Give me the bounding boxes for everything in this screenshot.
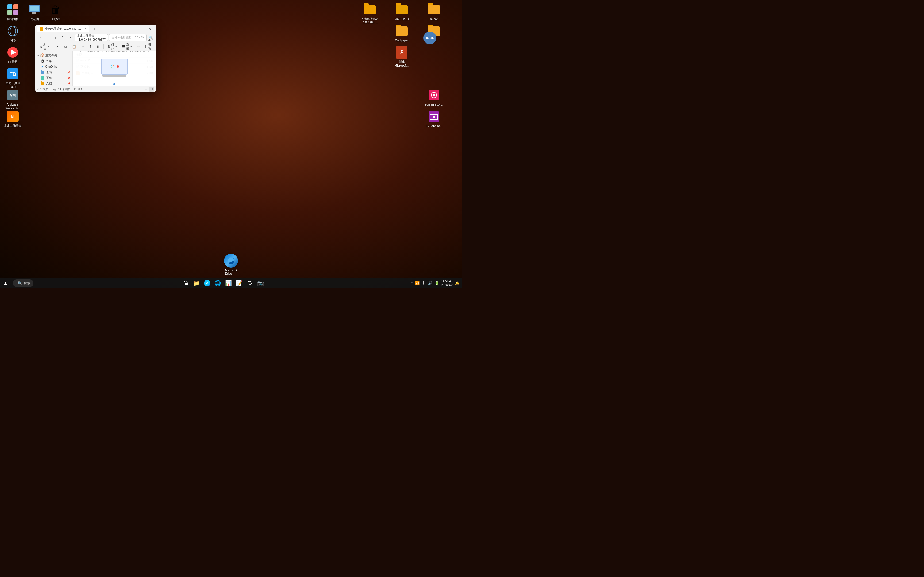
new-chevron: ▾ — [48, 45, 49, 48]
sidebar-item-documents[interactable]: 文档 📌 — [35, 81, 73, 86]
more-btn[interactable]: ··· — [135, 44, 142, 50]
close-button[interactable]: ✕ — [145, 25, 154, 32]
documents-label: 文档 — [46, 82, 52, 85]
start-button[interactable]: ⊞ — [0, 278, 11, 288]
recycle-icon: 🗑 — [49, 3, 62, 16]
pin-icon: 📌 — [67, 71, 70, 74]
cut-btn[interactable]: ✂ — [54, 44, 61, 50]
paste-btn[interactable]: 📋 — [70, 44, 78, 50]
fe-statusbar: 3 个项目 选中 1 个项目 344 MB ☰ ⊞ — [35, 86, 156, 92]
desktop-icon-xiaomi-manager[interactable]: MI 小米电脑管家 — [2, 109, 24, 129]
search-input[interactable]: 在 小米电脑管家_1.0.0.489_0977b — [109, 34, 147, 41]
rename-btn[interactable]: ✏ — [79, 44, 86, 50]
taskbar-network-btn[interactable]: 🌐 — [213, 278, 223, 288]
grid-view-btn[interactable]: ⊞ — [149, 87, 154, 92]
copy-btn[interactable]: ⧉ — [62, 44, 69, 50]
nav-back-btn[interactable]: ‹ — [37, 34, 44, 41]
taskbar-edge-btn[interactable]: e — [202, 278, 212, 288]
item-count: 3 个项目 — [37, 87, 48, 91]
taskbar-widgets-btn[interactable]: 🌤 — [181, 278, 191, 288]
desktop-icon-evcapture[interactable]: EVCapture... — [423, 109, 444, 129]
view-label: 查看 — [126, 42, 129, 51]
svg-rect-27 — [111, 67, 112, 68]
desktop-icon-wallpaper[interactable]: Wallpaper — [391, 24, 412, 43]
svg-rect-7 — [31, 14, 37, 15]
desktop-icon-drawing[interactable]: TB 图吧工具箱2024 — [2, 66, 24, 90]
taskbar-ime-cn[interactable]: 中 — [422, 280, 426, 286]
taskbar-right: ^ 📶 中 🔊 🔋 14:56:47 2024/4/2 🔔 — [411, 279, 462, 287]
desktop-icon-recycle[interactable]: 🗑 回收站 — [45, 2, 66, 22]
taskbar-datetime[interactable]: 14:56:47 2024/4/2 — [441, 279, 452, 287]
fe-sidebar: ▾ 🏠 主文件夹 🖼 图库 ☁ OneDrive 桌面 📌 — [35, 51, 73, 86]
desktop-icon-vmware[interactable]: VM VMware Workstati... — [2, 88, 24, 111]
desktop-icon-ev[interactable]: EV录屏 — [2, 45, 24, 64]
delete-btn[interactable]: 🗑 — [94, 44, 102, 50]
desktop-icon-network[interactable]: 网络 — [2, 24, 24, 43]
wallpaper-icon — [396, 24, 408, 37]
view-toggle-btns: ☰ ⊞ — [144, 87, 154, 92]
tab-close-btn[interactable]: × — [84, 27, 87, 31]
taskbar-search-label: 搜索 — [24, 281, 30, 285]
minimize-button[interactable]: ─ — [128, 25, 137, 32]
taskbar-notification-icon[interactable]: 🔔 — [454, 280, 460, 286]
tab-new-btn[interactable]: + — [91, 26, 97, 32]
maximize-button[interactable]: □ — [137, 25, 145, 32]
taskbar-network-icon[interactable]: 📶 — [415, 280, 420, 286]
evcapture-label: EVCapture... — [426, 124, 443, 128]
sidebar-main-folder[interactable]: ▾ 🏠 主文件夹 — [35, 52, 73, 58]
sidebar-item-onedrive[interactable]: ☁ OneDrive — [35, 64, 73, 69]
onedrive-label: OneDrive — [45, 65, 58, 68]
new-btn[interactable]: ⊕ 新建 ▾ — [37, 41, 51, 52]
taskbar-ppt-btn[interactable]: 📊 — [224, 278, 233, 288]
desktop-icon-music-folder[interactable]: music — [423, 2, 444, 22]
share-btn[interactable]: ⤴ — [87, 44, 93, 50]
taskbar-search-box[interactable]: 🔍 搜索 — [13, 279, 34, 287]
view-icon: ☰ — [122, 45, 125, 48]
nav-forward-btn[interactable]: › — [45, 34, 51, 41]
sort-btn[interactable]: ⇅ 排序 ▾ — [105, 41, 119, 52]
edge-browser-icon — [224, 254, 238, 268]
edge-desktop-icon[interactable]: MicrosoftEdge — [224, 254, 238, 275]
desktop-icon-new-ppt[interactable]: P 新建 Microsoft... — [391, 45, 412, 69]
taskbar-notes-btn[interactable]: 📝 — [234, 278, 244, 288]
taskbar-security-btn[interactable]: 🛡 — [245, 278, 255, 288]
desktop-icon-macos14[interactable]: MAC OS14 — [391, 2, 412, 22]
desktop-icon-thispc[interactable]: 此电脑 — [24, 2, 45, 22]
details-icon: ℹ — [145, 45, 147, 48]
sidebar-main-label: 主文件夹 — [45, 53, 57, 57]
loading-dot — [113, 83, 115, 85]
sort-chevron: ▾ — [115, 45, 117, 48]
view-btn[interactable]: ☰ 查看 ▾ — [120, 41, 134, 52]
desktop-label: 桌面 — [46, 70, 52, 74]
timer-display: 00:45 — [426, 36, 434, 40]
vmware-icon: VM — [6, 89, 19, 102]
timer-widget[interactable]: 00:45 — [423, 32, 436, 44]
sidebar-item-desktop[interactable]: 桌面 📌 — [35, 69, 73, 75]
svg-rect-0 — [8, 4, 12, 9]
nav-up-btn[interactable]: ↑ — [52, 34, 59, 41]
gallery-label: 图库 — [46, 59, 52, 63]
nav-refresh-btn[interactable]: ↻ — [60, 34, 66, 41]
desktop-icon-control-panel[interactable]: 控制面板 — [2, 2, 24, 22]
desktop-icon-xiaomi-folder[interactable]: 小米电脑管家_1.0.0.489_... — [359, 2, 380, 25]
nav-path-btn[interactable]: ▸ — [67, 34, 74, 41]
taskbar-capture-btn[interactable]: 📷 — [256, 278, 265, 288]
taskbar-fileexp-btn[interactable]: 📁 — [192, 278, 201, 288]
taskbar-date-text: 2024/4/2 — [441, 283, 452, 287]
search-placeholder: 在 小米电脑管家_1.0.0.489_0977b — [111, 36, 144, 40]
address-input[interactable]: 小米电脑管家_1.0.0.489_0977b577 — [74, 34, 108, 41]
list-view-btn[interactable]: ☰ — [144, 87, 149, 92]
sidebar-item-gallery[interactable]: 🖼 图库 — [35, 58, 73, 64]
xiaomi-folder-label: 小米电脑管家_1.0.0.489_... — [362, 17, 378, 24]
recycle-label: 回收站 — [51, 17, 60, 21]
fe-tab-active[interactable]: 小米电脑管家_1.0.0.489_0977b × — [37, 25, 89, 32]
desktop-icon-screenrecord[interactable]: screenrecor... — [423, 88, 444, 107]
sidebar-item-download[interactable]: 下载 📌 — [35, 75, 73, 81]
taskbar-system-icons: ^ 📶 中 🔊 🔋 — [411, 280, 440, 286]
taskbar-volume-icon[interactable]: 🔊 — [427, 280, 433, 286]
taskbar-battery-icon[interactable]: 🔋 — [434, 280, 439, 286]
taskbar: ⊞ 🔍 搜索 🌤 📁 e 🌐 📊 📝 🛡 📷 ^ 📶 中 🔊 🔋 14:56:4… — [0, 278, 462, 288]
new-ppt-label: 新建 Microsoft... — [392, 60, 412, 68]
sort-label: 排序 — [111, 42, 115, 51]
taskbar-chevron[interactable]: ^ — [411, 280, 414, 286]
